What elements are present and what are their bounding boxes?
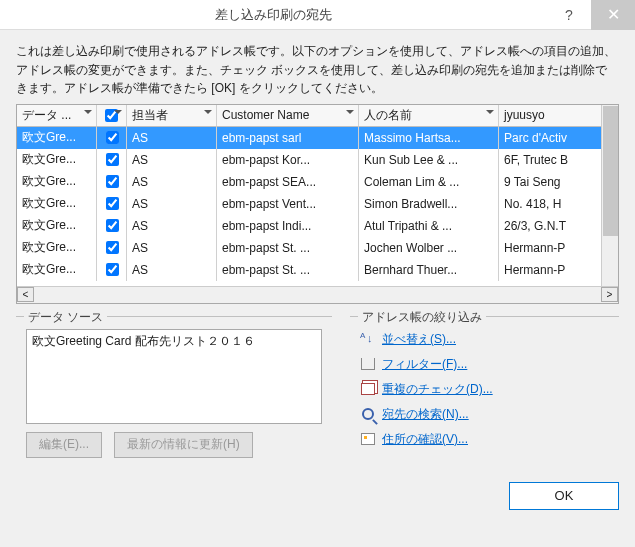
refine-legend: アドレス帳の絞り込み (358, 309, 486, 326)
edit-button[interactable]: 編集(E)... (26, 432, 102, 458)
ok-button[interactable]: OK (509, 482, 619, 510)
filter-link[interactable]: フィルター(F)... (382, 356, 467, 373)
cell-person[interactable]: Atul Tripathi & ... (359, 215, 499, 237)
duplicates-link[interactable]: 重複のチェック(D)... (382, 381, 493, 398)
search-icon (360, 406, 376, 422)
cell-data-source[interactable]: 欧文Gre... (17, 193, 97, 215)
cell-customer[interactable]: ebm-papst St. ... (217, 259, 359, 281)
cell-customer[interactable]: ebm-papst St. ... (217, 237, 359, 259)
cell-person[interactable]: Coleman Lim & ... (359, 171, 499, 193)
col-customer-name[interactable]: Customer Name (217, 105, 359, 127)
row-checkbox[interactable] (106, 131, 119, 144)
col-checkbox[interactable] (97, 105, 127, 127)
dropdown-arrow-icon (346, 110, 354, 118)
find-row: 宛先の検索(N)... (360, 406, 609, 423)
duplicates-icon (360, 381, 376, 397)
description-text: これは差し込み印刷で使用されるアドレス帳です。以下のオプションを使用して、アドレ… (16, 42, 619, 98)
dropdown-arrow-icon (204, 110, 212, 118)
sort-row: 並べ替え(S)... (360, 331, 609, 348)
cell-customer[interactable]: ebm-papst sarl (217, 127, 359, 149)
cell-tantou[interactable]: AS (127, 171, 217, 193)
cell-data-source[interactable]: 欧文Gre... (17, 149, 97, 171)
cell-data-source[interactable]: 欧文Gre... (17, 237, 97, 259)
cell-person[interactable]: Bernhard Thuer... (359, 259, 499, 281)
find-link[interactable]: 宛先の検索(N)... (382, 406, 469, 423)
dropdown-arrow-icon (84, 110, 92, 118)
cell-customer[interactable]: ebm-papst Indi... (217, 215, 359, 237)
sort-link[interactable]: 並べ替え(S)... (382, 331, 456, 348)
scroll-right-button[interactable]: > (601, 287, 618, 302)
cell-person[interactable]: Jochen Wolber ... (359, 237, 499, 259)
close-button[interactable]: ✕ (591, 0, 635, 30)
help-button[interactable]: ? (547, 0, 591, 30)
cell-checkbox[interactable] (97, 237, 127, 259)
col-tantousha[interactable]: 担当者 (127, 105, 217, 127)
cell-tantou[interactable]: AS (127, 149, 217, 171)
cell-checkbox[interactable] (97, 259, 127, 281)
duplicates-row: 重複のチェック(D)... (360, 381, 609, 398)
dialog-title: 差し込み印刷の宛先 (0, 6, 547, 24)
data-source-group: データ ソース 欧文Greeting Card 配布先リスト２０１６ 編集(E)… (16, 316, 332, 468)
refine-links: 並べ替え(S)... フィルター(F)... 重複のチェック(D)... 宛先の… (360, 329, 609, 448)
cell-customer[interactable]: ebm-papst SEA... (217, 171, 359, 193)
cell-checkbox[interactable] (97, 215, 127, 237)
validate-row: 住所の確認(V)... (360, 431, 609, 448)
cell-person[interactable]: Simon Bradwell... (359, 193, 499, 215)
sort-icon (360, 331, 376, 347)
row-checkbox[interactable] (106, 241, 119, 254)
cell-tantou[interactable]: AS (127, 127, 217, 149)
row-checkbox[interactable] (106, 153, 119, 166)
col-data-source[interactable]: データ ... (17, 105, 97, 127)
data-source-legend: データ ソース (24, 309, 107, 326)
vertical-scrollbar[interactable] (601, 105, 618, 286)
dropdown-arrow-icon (486, 110, 494, 118)
row-checkbox[interactable] (106, 175, 119, 188)
footer: OK (16, 482, 619, 510)
cell-data-source[interactable]: 欧文Gre... (17, 259, 97, 281)
cell-checkbox[interactable] (97, 149, 127, 171)
cell-person[interactable]: Massimo Hartsa... (359, 127, 499, 149)
scrollbar-thumb[interactable] (603, 106, 618, 236)
refine-group: アドレス帳の絞り込み 並べ替え(S)... フィルター(F)... 重複のチェッ… (350, 316, 619, 468)
row-checkbox[interactable] (106, 197, 119, 210)
cell-person[interactable]: Kun Sub Lee & ... (359, 149, 499, 171)
cell-data-source[interactable]: 欧文Gre... (17, 171, 97, 193)
row-checkbox[interactable] (106, 219, 119, 232)
refresh-button[interactable]: 最新の情報に更新(H) (114, 432, 253, 458)
cell-tantou[interactable]: AS (127, 237, 217, 259)
data-source-item[interactable]: 欧文Greeting Card 配布先リスト２０１６ (32, 333, 316, 350)
cell-data-source[interactable]: 欧文Gre... (17, 215, 97, 237)
cell-data-source[interactable]: 欧文Gre... (17, 127, 97, 149)
titlebar: 差し込み印刷の宛先 ? ✕ (0, 0, 635, 30)
data-source-listbox[interactable]: 欧文Greeting Card 配布先リスト２０１６ (26, 329, 322, 424)
cell-checkbox[interactable] (97, 193, 127, 215)
cell-customer[interactable]: ebm-papst Kor... (217, 149, 359, 171)
row-checkbox[interactable] (106, 263, 119, 276)
cell-tantou[interactable]: AS (127, 259, 217, 281)
dropdown-arrow-icon (114, 110, 122, 118)
filter-icon (360, 356, 376, 372)
lower-panel: データ ソース 欧文Greeting Card 配布先リスト２０１６ 編集(E)… (16, 316, 619, 468)
horizontal-scrollbar[interactable]: < > (17, 286, 618, 303)
cell-tantou[interactable]: AS (127, 193, 217, 215)
cell-customer[interactable]: ebm-papst Vent... (217, 193, 359, 215)
content: これは差し込み印刷で使用されるアドレス帳です。以下のオプションを使用して、アドレ… (0, 30, 635, 524)
scroll-left-button[interactable]: < (17, 287, 34, 302)
filter-row: フィルター(F)... (360, 356, 609, 373)
scrollbar-track[interactable] (34, 287, 601, 302)
recipients-grid: データ ... 担当者 Customer Name 人の名前 jyuusyo 欧… (16, 104, 619, 304)
cell-checkbox[interactable] (97, 127, 127, 149)
address-icon (360, 431, 376, 447)
validate-link[interactable]: 住所の確認(V)... (382, 431, 468, 448)
cell-tantou[interactable]: AS (127, 215, 217, 237)
data-source-buttons: 編集(E)... 最新の情報に更新(H) (26, 432, 322, 458)
col-person-name[interactable]: 人の名前 (359, 105, 499, 127)
cell-checkbox[interactable] (97, 171, 127, 193)
